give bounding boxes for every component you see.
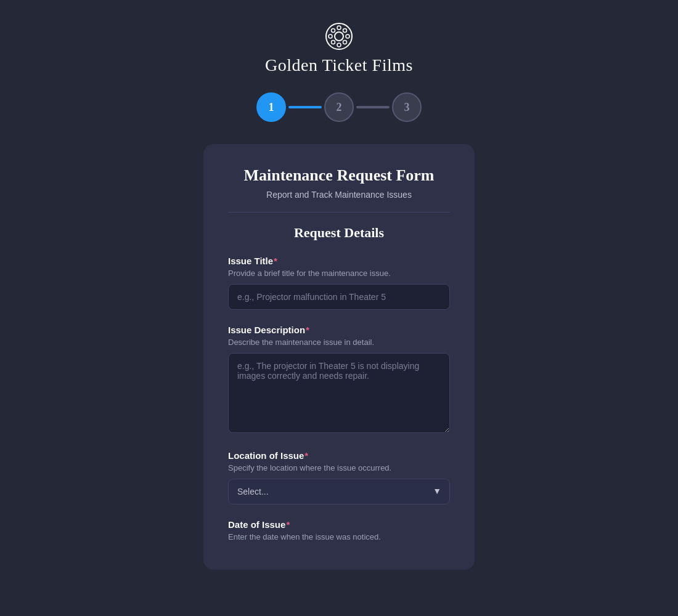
svg-point-4 [329, 34, 332, 38]
stepper: 1 2 3 [256, 92, 422, 122]
issue-title-required-star: * [274, 256, 277, 266]
svg-point-1 [335, 32, 343, 41]
step-line-1 [288, 106, 322, 108]
svg-point-2 [337, 26, 341, 30]
film-reel-icon [325, 22, 353, 51]
issue-description-hint: Describe the maintenance issue in detail… [228, 338, 450, 347]
svg-point-8 [343, 29, 346, 33]
header-divider [228, 212, 450, 213]
svg-point-3 [337, 43, 341, 47]
step-3[interactable]: 3 [392, 92, 422, 122]
svg-point-5 [346, 34, 349, 38]
location-select-wrapper: Select... Theater 1 Theater 2 Theater 3 … [228, 479, 450, 505]
svg-point-7 [343, 41, 346, 44]
step-1[interactable]: 1 [256, 92, 286, 122]
date-field: Date of Issue* Enter the date when the i… [228, 519, 450, 541]
svg-point-9 [331, 41, 335, 44]
date-label: Date of Issue* [228, 519, 450, 530]
step-2[interactable]: 2 [324, 92, 354, 122]
location-label: Location of Issue* [228, 450, 450, 461]
date-required-star: * [286, 519, 290, 530]
issue-title-label: Issue Title* [228, 256, 450, 266]
form-title: Maintenance Request Form [228, 166, 450, 185]
section-title: Request Details [228, 225, 450, 241]
issue-description-label: Issue Description* [228, 325, 450, 335]
step-line-2 [356, 106, 390, 108]
form-header: Maintenance Request Form Report and Trac… [228, 166, 450, 200]
issue-description-required-star: * [306, 325, 309, 335]
app-header: Golden Ticket Films [265, 22, 413, 75]
location-hint: Specify the location where the issue occ… [228, 463, 450, 472]
location-select[interactable]: Select... Theater 1 Theater 2 Theater 3 … [228, 479, 450, 505]
issue-title-input[interactable] [228, 284, 450, 310]
form-subtitle: Report and Track Maintenance Issues [228, 190, 450, 200]
location-required-star: * [304, 450, 308, 461]
issue-description-input[interactable] [228, 353, 450, 433]
form-card: Maintenance Request Form Report and Trac… [203, 144, 475, 570]
issue-title-hint: Provide a brief title for the maintenanc… [228, 269, 450, 278]
date-hint: Enter the date when the issue was notice… [228, 532, 450, 541]
svg-point-0 [326, 23, 352, 49]
issue-description-field: Issue Description* Describe the maintena… [228, 325, 450, 436]
svg-point-6 [331, 29, 335, 33]
issue-title-field: Issue Title* Provide a brief title for t… [228, 256, 450, 310]
brand-title: Golden Ticket Films [265, 55, 413, 75]
location-field: Location of Issue* Specify the location … [228, 450, 450, 505]
